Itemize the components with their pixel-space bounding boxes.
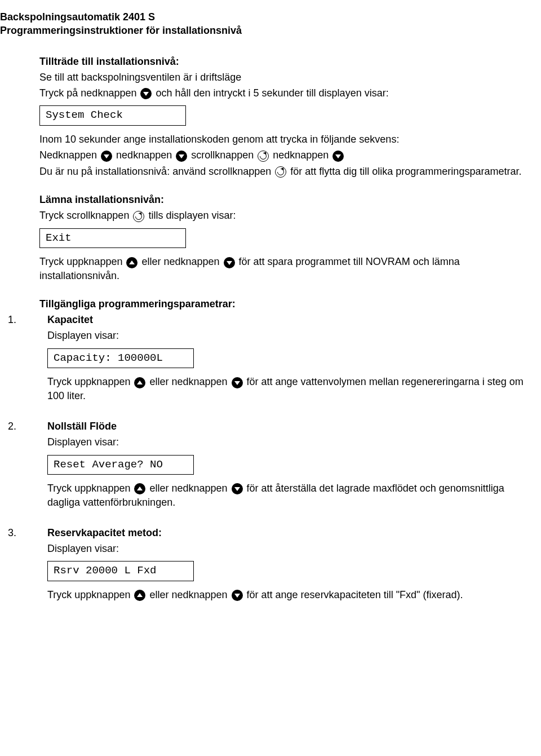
up-icon bbox=[134, 483, 145, 494]
leave-title: Lämna installationsnivån: bbox=[39, 193, 533, 206]
item-2-title: Nollställ Flöde bbox=[47, 419, 533, 433]
item-1-num: 1. bbox=[0, 313, 47, 326]
display-reset-avg: Reset Average? NO bbox=[47, 455, 194, 475]
access-line1: Se till att backspolningsventilen är i d… bbox=[39, 70, 533, 84]
item-3-line2: Tryck uppknappen eller nedknappen för at… bbox=[47, 588, 533, 602]
header-line1: Backspolningsautomatik 2401 S bbox=[0, 10, 533, 24]
body-content: Tillträde till installationsnivå: Se til… bbox=[39, 55, 533, 311]
access-title: Tillträde till installationsnivå: bbox=[39, 55, 533, 68]
document-header: Backspolningsautomatik 2401 S Programmer… bbox=[0, 10, 533, 38]
access-line3: Inom 10 sekunder ange installationskoden… bbox=[39, 132, 533, 146]
up-icon bbox=[126, 257, 138, 268]
display-rsrv: Rsrv 20000 L Fxd bbox=[47, 561, 194, 581]
item-1: 1. Kapacitet Displayen visar: Capacity: … bbox=[0, 313, 533, 405]
access-section: Tillträde till installationsnivå: Se til… bbox=[39, 55, 533, 178]
item-1-title: Kapacitet bbox=[47, 313, 533, 326]
item-3: 3. Reservkapacitet metod: Displayen visa… bbox=[0, 526, 533, 604]
down-icon bbox=[332, 151, 344, 162]
item-3-num: 3. bbox=[0, 526, 47, 540]
item-2: 2. Nollställ Flöde Displayen visar: Rese… bbox=[0, 419, 533, 511]
item-2-line1: Displayen visar: bbox=[47, 435, 533, 449]
down-icon bbox=[232, 590, 243, 601]
down-icon bbox=[140, 88, 152, 99]
display-capacity: Capacity: 100000L bbox=[47, 348, 194, 369]
down-icon bbox=[232, 377, 243, 388]
item-1-line1: Displayen visar: bbox=[47, 329, 533, 342]
up-icon bbox=[134, 590, 145, 601]
item-3-title: Reservkapacitet metod: bbox=[47, 526, 533, 540]
access-sequence: Nedknappen nedknappen scrollknappen nedk… bbox=[39, 148, 533, 162]
scroll-icon bbox=[275, 166, 286, 178]
item-1-line2: Tryck uppknappen eller nedknappen för at… bbox=[47, 375, 533, 403]
leave-line1: Tryck scrollknappen tills displayen visa… bbox=[39, 209, 533, 222]
access-line2: Tryck på nedknappen och håll den intryck… bbox=[39, 86, 533, 100]
down-icon bbox=[176, 151, 187, 162]
down-icon bbox=[101, 151, 112, 162]
item-2-num: 2. bbox=[0, 419, 47, 433]
display-exit: Exit bbox=[39, 228, 186, 249]
access-line5: Du är nu på installationsnivå: använd sc… bbox=[39, 165, 533, 178]
down-icon bbox=[232, 483, 243, 494]
params-title: Tillgängliga programmeringsparametrar: bbox=[39, 297, 533, 311]
up-icon bbox=[134, 377, 145, 388]
scroll-icon bbox=[258, 151, 269, 162]
down-icon bbox=[224, 257, 235, 268]
scroll-icon bbox=[133, 211, 144, 222]
display-system-check: System Check bbox=[39, 105, 186, 126]
item-2-line2: Tryck uppknappen eller nedknappen för at… bbox=[47, 481, 533, 509]
item-3-line1: Displayen visar: bbox=[47, 542, 533, 555]
leave-section: Lämna installationsnivån: Tryck scrollkn… bbox=[39, 193, 533, 282]
leave-line2: Tryck uppknappen eller nedknappen för at… bbox=[39, 255, 533, 282]
header-line2: Programmeringsinstruktioner för installa… bbox=[0, 24, 533, 37]
